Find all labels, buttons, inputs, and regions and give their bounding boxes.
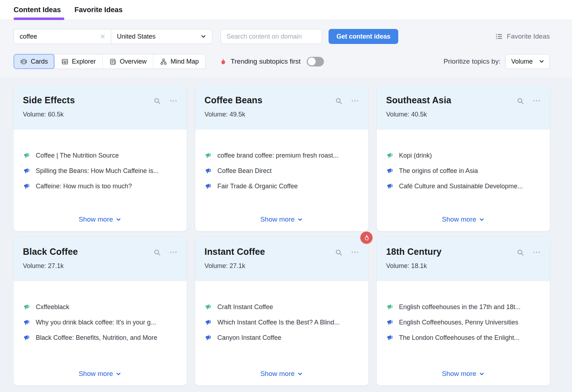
card-volume: Volume: 27.1k xyxy=(204,262,359,270)
show-more-label: Show more xyxy=(260,370,295,378)
idea-link[interactable]: English coffeehouses in the 17th and 18t… xyxy=(386,303,541,311)
idea-link[interactable]: Coffee | The Nutrition Source xyxy=(23,152,177,159)
idea-link[interactable]: The London Coffeehouses of the Enlight..… xyxy=(386,334,541,342)
idea-link-label: English Coffeehouses, Penny Universities xyxy=(399,319,518,326)
megaphone-icon xyxy=(204,183,212,190)
trending-badge xyxy=(360,232,373,244)
search-icon[interactable] xyxy=(335,97,342,105)
favorite-ideas-link[interactable]: Favorite Ideas xyxy=(495,33,550,40)
idea-link[interactable]: Spilling the Beans: How Much Caffeine is… xyxy=(23,167,177,175)
prioritize-select[interactable]: Volume xyxy=(505,54,550,69)
idea-link[interactable]: Kopi (drink) xyxy=(386,152,541,159)
idea-link[interactable]: Coffee Bean Direct xyxy=(204,167,359,175)
idea-link-label: Which Instant Coffee Is the Best? A Blin… xyxy=(217,319,340,326)
show-more-link[interactable]: Show more xyxy=(442,215,485,223)
tab-favorite-ideas[interactable]: Favorite Ideas xyxy=(74,0,123,20)
idea-list: English coffeehouses in the 17th and 18t… xyxy=(386,303,541,349)
trending-toggle[interactable] xyxy=(307,57,324,66)
view-mode-mind-map[interactable]: Mind Map xyxy=(153,54,205,69)
idea-link-label: Café Culture and Sustainable Developme..… xyxy=(399,183,523,190)
idea-link[interactable]: Which Instant Coffee Is the Best? A Blin… xyxy=(204,319,359,326)
idea-link[interactable]: Black Coffee: Benefits, Nutrition, and M… xyxy=(23,334,177,342)
idea-list: Cxffeeblack Why you drink black coffee: … xyxy=(23,303,177,349)
ellipsis-menu-icon[interactable] xyxy=(351,97,359,105)
megaphone-icon xyxy=(386,183,394,190)
idea-link[interactable]: Caffeine: How much is too much? xyxy=(23,183,177,190)
show-more-link[interactable]: Show more xyxy=(442,370,485,378)
flame-icon xyxy=(219,58,227,65)
search-icon[interactable] xyxy=(517,249,524,256)
megaphone-icon xyxy=(23,319,30,326)
view-mode-label: Mind Map xyxy=(171,58,199,65)
show-more-label: Show more xyxy=(260,215,295,223)
show-more-link[interactable]: Show more xyxy=(79,370,122,378)
idea-link-label: Coffee | The Nutrition Source xyxy=(36,152,119,159)
chevron-down-icon xyxy=(538,58,545,65)
country-select-value: United States xyxy=(117,33,156,40)
idea-link[interactable]: Craft Instant Coffee xyxy=(204,303,359,311)
card-volume: Volume: 27.1k xyxy=(23,262,177,270)
view-mode-cards[interactable]: Cards xyxy=(14,54,55,69)
idea-link[interactable]: Why you drink black coffee: It's in your… xyxy=(23,319,177,326)
cards-icon xyxy=(20,58,28,65)
megaphone-icon xyxy=(204,319,212,326)
sitemap-icon xyxy=(160,58,167,65)
card-header: 18th Century Volume: 18.1k xyxy=(377,237,550,281)
megaphone-icon xyxy=(23,152,30,159)
megaphone-icon xyxy=(204,167,212,175)
card-volume: Volume: 49.5k xyxy=(204,111,359,118)
list-icon xyxy=(495,33,503,40)
ellipsis-menu-icon[interactable] xyxy=(169,248,177,256)
ellipsis-menu-icon[interactable] xyxy=(533,248,541,256)
get-content-ideas-button[interactable]: Get content ideas xyxy=(329,29,398,44)
idea-link-label: Craft Instant Coffee xyxy=(217,303,273,311)
idea-link[interactable]: Café Culture and Sustainable Developme..… xyxy=(386,183,541,190)
idea-link-label: Why you drink black coffee: It's in your… xyxy=(36,319,156,326)
view-mode-label: Explorer xyxy=(72,58,96,65)
search-input[interactable] xyxy=(20,33,99,40)
search-icon[interactable] xyxy=(517,97,524,105)
search-icon[interactable] xyxy=(153,97,161,105)
ellipsis-menu-icon[interactable] xyxy=(351,248,359,256)
megaphone-icon xyxy=(386,152,394,159)
show-more-link[interactable]: Show more xyxy=(260,215,303,223)
search-icon[interactable] xyxy=(335,249,342,256)
ellipsis-menu-icon[interactable] xyxy=(169,97,177,105)
ellipsis-menu-icon[interactable] xyxy=(533,97,541,105)
topic-card: 18th Century Volume: 18.1k English coffe… xyxy=(377,237,550,386)
card-body: Coffee | The Nutrition Source Spilling t… xyxy=(14,130,187,231)
idea-link[interactable]: coffee brand coffee: premium fresh roast… xyxy=(204,152,359,159)
card-volume: Volume: 40.5k xyxy=(386,111,541,118)
idea-link-label: The London Coffeehouses of the Enlight..… xyxy=(399,334,519,342)
megaphone-icon xyxy=(386,334,394,342)
top-tabs-bar: Content Ideas Favorite Ideas xyxy=(0,0,572,20)
tab-content-ideas[interactable]: Content Ideas xyxy=(14,0,61,20)
idea-link[interactable]: English Coffeehouses, Penny Universities xyxy=(386,319,541,326)
show-more-label: Show more xyxy=(442,215,476,223)
idea-link[interactable]: The origins of coffee in Asia xyxy=(386,167,541,175)
domain-search-input[interactable] xyxy=(221,29,322,44)
idea-link-label: Coffee Bean Direct xyxy=(217,167,272,175)
country-select[interactable]: United States xyxy=(111,29,212,44)
idea-link[interactable]: Cxffeeblack xyxy=(23,303,177,311)
search-icon[interactable] xyxy=(153,249,161,256)
view-mode-overview[interactable]: Overview xyxy=(103,54,153,69)
idea-link[interactable]: Canyon Instant Coffee xyxy=(204,334,359,342)
show-more-link[interactable]: Show more xyxy=(260,370,303,378)
idea-link-label: Cxffeeblack xyxy=(36,303,69,311)
view-mode-explorer[interactable]: Explorer xyxy=(55,54,103,69)
idea-list: Craft Instant Coffee Which Instant Coffe… xyxy=(204,303,359,349)
table-icon xyxy=(61,58,69,65)
clear-icon[interactable] xyxy=(99,33,106,40)
topic-cards-grid: Side Effects Volume: 60.5k Coffee | The … xyxy=(0,78,572,392)
megaphone-icon xyxy=(23,334,30,342)
idea-link-label: coffee brand coffee: premium fresh roast… xyxy=(217,152,339,159)
show-more-link[interactable]: Show more xyxy=(79,215,122,223)
view-mode-label: Overview xyxy=(120,58,147,65)
idea-list: Coffee | The Nutrition Source Spilling t… xyxy=(23,152,177,198)
topic-card: Southeast Asia Volume: 40.5k Kopi (drink… xyxy=(377,85,550,231)
idea-link[interactable]: Fair Trade & Organic Coffee xyxy=(204,183,359,190)
search-row: United States Get content ideas Favorite… xyxy=(14,29,550,44)
megaphone-icon xyxy=(204,334,212,342)
report-icon xyxy=(109,58,117,65)
